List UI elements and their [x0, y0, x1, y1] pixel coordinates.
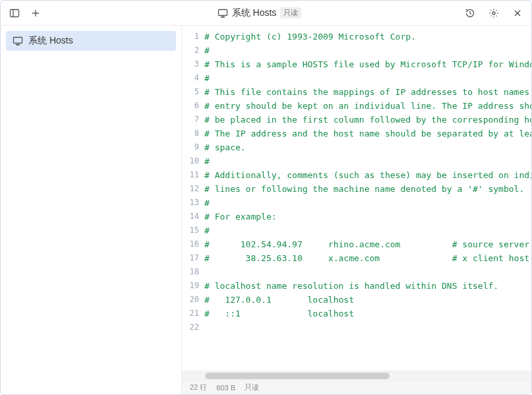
line-number: 8: [182, 127, 199, 140]
line-number: 2: [182, 44, 199, 57]
code-line[interactable]: # space.: [204, 140, 531, 154]
statusbar: 22 行 803 B 只读: [182, 380, 531, 394]
code-line[interactable]: # 38.25.63.10 x.acme.com # x client host: [204, 251, 531, 265]
monitor-icon: [218, 8, 228, 18]
code-line[interactable]: #: [204, 154, 531, 168]
titlebar-center: 系统 Hosts 只读: [59, 7, 460, 19]
line-gutter: 12345678910111213141516171819202122: [182, 30, 204, 371]
line-number: 19: [182, 279, 199, 293]
code-line[interactable]: #: [204, 224, 531, 237]
line-number: 16: [182, 237, 199, 251]
history-icon: [465, 8, 475, 18]
line-number: 1: [182, 30, 199, 44]
line-number: 15: [182, 224, 199, 237]
line-number: 22: [182, 320, 199, 334]
readonly-badge: 只读: [280, 7, 301, 18]
titlebar-right: [460, 5, 526, 22]
code-line[interactable]: [204, 265, 531, 279]
sidebar-item-system-hosts[interactable]: 系统 Hosts: [6, 31, 176, 51]
code-line[interactable]: # ::1 localhost: [204, 307, 531, 320]
code-line[interactable]: # entry should be kept on an individual …: [204, 99, 531, 113]
code-line[interactable]: # Additionally, comments (such as these)…: [204, 168, 531, 182]
titlebar: 系统 Hosts 只读: [1, 1, 531, 26]
history-button[interactable]: [461, 5, 479, 22]
line-number: 12: [182, 182, 199, 196]
main: 系统 Hosts 1234567891011121314151617181920…: [1, 26, 531, 394]
code-line[interactable]: # For example:: [204, 210, 531, 224]
code-line[interactable]: # This is a sample HOSTS file used by Mi…: [204, 57, 531, 71]
gear-icon: [488, 8, 499, 18]
line-number: 11: [182, 168, 199, 182]
code-line[interactable]: # The IP address and the host name shoul…: [204, 127, 531, 140]
status-readonly: 只读: [245, 382, 259, 392]
line-number: 10: [182, 154, 199, 168]
line-number: 21: [182, 307, 199, 320]
code-line[interactable]: #: [204, 196, 531, 210]
code-line[interactable]: # This file contains the mappings of IP …: [204, 85, 531, 99]
line-number: 17: [182, 251, 199, 265]
svg-rect-10: [14, 38, 22, 44]
close-button[interactable]: [509, 5, 526, 22]
sidebar: 系统 Hosts: [1, 26, 182, 394]
code-line[interactable]: # Copyright (c) 1993-2009 Microsoft Corp…: [204, 30, 531, 44]
editor-pane: 12345678910111213141516171819202122 # Co…: [182, 26, 531, 394]
editor[interactable]: 12345678910111213141516171819202122 # Co…: [182, 26, 531, 371]
line-number: 5: [182, 85, 199, 99]
code-line[interactable]: # 127.0.0.1 localhost: [204, 293, 531, 307]
window-title: 系统 Hosts: [232, 7, 277, 19]
status-size: 803 B: [216, 384, 235, 392]
code-line[interactable]: # 102.54.94.97 rhino.acme.com # source s…: [204, 237, 531, 251]
sidebar-item-label: 系统 Hosts: [28, 35, 73, 47]
svg-rect-4: [218, 9, 227, 15]
toggle-sidebar-button[interactable]: [6, 5, 23, 22]
add-button[interactable]: [27, 5, 44, 22]
code-line[interactable]: [204, 320, 531, 334]
monitor-icon: [13, 36, 23, 46]
code-line[interactable]: #: [204, 44, 531, 57]
line-number: 14: [182, 210, 199, 224]
line-number: 9: [182, 140, 199, 154]
status-lines: 22 行: [190, 382, 207, 392]
scrollbar-thumb[interactable]: [205, 373, 390, 379]
code-line[interactable]: # be placed in the first column followed…: [204, 113, 531, 127]
line-number: 6: [182, 99, 199, 113]
plus-icon: [31, 9, 40, 18]
close-icon: [513, 9, 522, 18]
code-content[interactable]: # Copyright (c) 1993-2009 Microsoft Corp…: [204, 30, 531, 371]
line-number: 18: [182, 265, 199, 279]
titlebar-left: [6, 5, 59, 22]
panel-icon: [9, 8, 20, 18]
code-line[interactable]: # localhost name resolution is handled w…: [204, 279, 531, 293]
line-number: 13: [182, 196, 199, 210]
svg-rect-0: [11, 9, 19, 16]
line-number: 4: [182, 71, 199, 85]
horizontal-scrollbar[interactable]: [182, 371, 531, 380]
line-number: 3: [182, 57, 199, 71]
line-number: 20: [182, 293, 199, 307]
line-number: 7: [182, 113, 199, 127]
settings-button[interactable]: [485, 5, 502, 22]
code-line[interactable]: # lines or following the machine name de…: [204, 182, 531, 196]
svg-point-7: [492, 12, 495, 15]
code-line[interactable]: #: [204, 71, 531, 85]
